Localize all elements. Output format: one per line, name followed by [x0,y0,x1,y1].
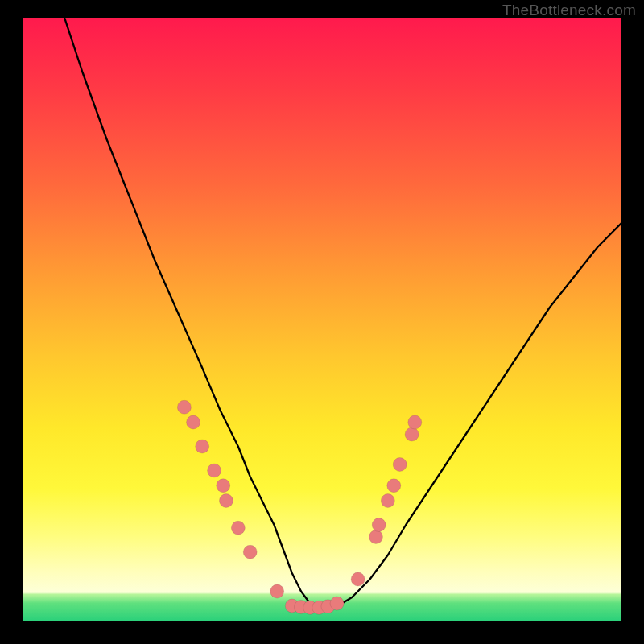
data-point [381,494,394,508]
plot-area [23,18,621,621]
data-point [270,584,284,598]
data-points-layer [23,18,621,621]
data-point [231,521,245,535]
data-point [219,494,233,508]
data-point [372,518,386,532]
data-point [187,415,200,429]
data-point [393,458,407,472]
data-point [408,415,422,429]
data-point [387,479,401,493]
data-point [405,427,419,441]
data-point [351,572,365,586]
watermark-text: TheBottleneck.com [502,2,636,19]
outer-frame: TheBottleneck.com [0,0,644,644]
data-point [369,530,382,544]
data-point [217,479,230,493]
data-point [177,400,191,414]
data-point [208,464,221,477]
data-point [243,545,257,559]
data-point [196,440,209,453]
data-point [330,597,344,610]
